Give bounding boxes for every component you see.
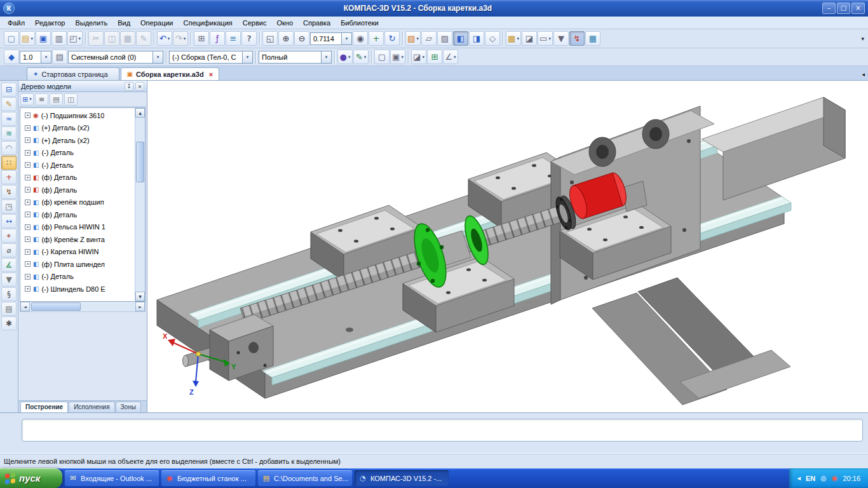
tree-item[interactable]: + ◉ (-) Подшипник 3610 (20, 109, 135, 122)
current-state-icon[interactable]: ◆ ▾ (4, 50, 19, 64)
tree-relations-icon[interactable]: ◫ ▾ (64, 93, 78, 105)
tree-composition-icon[interactable]: ≡ ▾ (35, 93, 48, 105)
scrollbar-thumb[interactable] (31, 302, 81, 311)
close-button[interactable]: × (851, 3, 865, 14)
tree-expander-icon[interactable]: + (25, 175, 31, 180)
menu-item[interactable]: Операции (135, 17, 178, 29)
dropdown-arrow-icon[interactable]: ▾ (29, 97, 32, 102)
dropdown-arrow-icon[interactable]: ▾ (168, 36, 170, 41)
zoom-combo[interactable]: 0.7114 ▾ (310, 32, 352, 45)
menu-item[interactable]: Вид (112, 17, 135, 29)
preview-layout-icon[interactable]: ⊞ ▾ (194, 31, 209, 46)
panel-3d-curves-icon[interactable]: ↯ (1, 185, 17, 199)
section-display-icon[interactable]: ◪ ▾ (522, 31, 537, 46)
rebuild-icon[interactable]: ↯ ▾ (569, 31, 585, 46)
panel-pin-icon[interactable]: ↧ (125, 82, 133, 91)
model-viewport[interactable]: X Y Z (147, 81, 868, 412)
orbit-icon[interactable]: ↻ ▾ (384, 31, 400, 46)
menu-item[interactable]: Редактор (30, 17, 70, 29)
copy-properties-icon[interactable]: ✎ ▾ (136, 31, 151, 46)
panel-geometry-icon[interactable]: ≈ (1, 112, 17, 126)
tree-expander-icon[interactable]: + (25, 249, 31, 255)
menu-item[interactable]: Справка (298, 17, 336, 29)
shading-quality-icon[interactable]: ● ▾ (337, 50, 353, 64)
zoom-window-icon[interactable]: ◱ ▾ (262, 31, 278, 46)
tab-document[interactable]: ▣ Сборка каретки.a3d × (121, 67, 220, 80)
tree-item[interactable]: + ◧ (-) Каретка HIWIN (20, 246, 135, 259)
orientation-icon[interactable]: ▧ ▾ (405, 31, 421, 46)
layers-icon[interactable]: ▤ ▾ (52, 50, 67, 64)
tree-additional-icon[interactable]: ▤ ▾ (50, 93, 63, 105)
relations-icon[interactable]: ≡ ▾ (226, 31, 241, 46)
scroll-right-icon[interactable]: ► (135, 302, 145, 311)
dropdown-arrow-icon[interactable]: ▾ (454, 55, 456, 60)
cut-icon[interactable]: ✂ ▾ (88, 31, 104, 46)
tray-update-icon[interactable]: ◍ (820, 474, 827, 482)
language-indicator[interactable]: EN (806, 475, 815, 482)
menu-item[interactable]: Файл (3, 17, 30, 29)
support-stand[interactable] (592, 278, 790, 405)
scroll-down-icon[interactable]: ▼ (135, 292, 145, 301)
wireframe-icon[interactable]: ▱ ▾ (421, 31, 437, 46)
panel-conditional-icon[interactable]: ⌀ (1, 243, 17, 257)
dropdown-arrow-icon[interactable]: ▾ (548, 36, 551, 41)
selection-filter-icon[interactable]: ▼ ▾ (553, 31, 569, 46)
dropdown-arrow-icon[interactable]: ▾ (184, 36, 186, 41)
menu-item[interactable]: Библиотеки (336, 17, 384, 29)
panel-designations-icon[interactable]: ⌖ (1, 229, 17, 243)
tree-vertical-scrollbar[interactable]: ▲ ▼ (135, 108, 145, 301)
shaded-icon[interactable]: ◧ ▾ (453, 31, 468, 46)
tree-bottom-tab[interactable]: Зоны (116, 402, 141, 412)
taskbar-explorer-button[interactable]: ▤ C:\Documents and Se... (258, 470, 352, 486)
tree-expander-icon[interactable]: + (25, 200, 31, 205)
display-params-alt-icon[interactable]: ▣ ▾ (390, 50, 405, 64)
panel-sheet-metal-icon[interactable]: ◳ (1, 200, 17, 214)
panel-properties-icon[interactable]: ✱ (1, 316, 17, 330)
panel-close-icon[interactable]: × (135, 82, 144, 91)
model-viewport-canvas[interactable]: X Y Z (147, 81, 868, 412)
panel-curves-icon[interactable]: ≋ (1, 126, 17, 140)
display-quality-combo[interactable]: Полный ▾ (259, 51, 332, 64)
dropdown-arrow-icon[interactable]: ▾ (348, 55, 351, 60)
panel-auxiliary-icon[interactable]: + (1, 170, 17, 184)
tree-expander-icon[interactable]: + (25, 261, 31, 267)
minimize-button[interactable]: – (822, 3, 836, 14)
paste-icon[interactable]: ▦ ▾ (120, 31, 135, 46)
layer-combo[interactable]: Системный слой (0) ▾ (68, 51, 163, 64)
panel-arrays-icon[interactable]: ∷ (1, 156, 17, 170)
assembly-target-combo[interactable]: (-) Сборка (Тел-0, С ▾ (169, 51, 253, 64)
scroll-up-icon[interactable]: ▲ (135, 108, 145, 118)
section-icon[interactable]: ◪ ▾ (411, 50, 426, 64)
tree-expander-icon[interactable]: + (25, 187, 31, 193)
tree-item[interactable]: + ◧ (-) Шпиндель D80 Е (20, 283, 135, 295)
tray-opera-icon[interactable]: ◉ (832, 474, 838, 482)
tree-item[interactable]: + ◧ (ф) крепёж подшип (20, 196, 135, 209)
dropdown-arrow-icon[interactable]: ▾ (364, 55, 367, 60)
panel-model-tree-icon[interactable]: ⊟ (1, 83, 17, 97)
print-icon[interactable]: ▥ ▾ (51, 31, 67, 46)
tree-expander-icon[interactable]: + (25, 137, 31, 143)
variables-icon[interactable]: ƒ ▾ (210, 31, 225, 46)
property-message-field[interactable] (22, 419, 863, 442)
assembly-target-dropdown-icon[interactable]: ▾ (242, 51, 252, 63)
tree-expander-icon[interactable]: + (25, 236, 31, 242)
mesh-icon[interactable]: ⊞ ▾ (427, 50, 442, 64)
display-params-icon[interactable]: ▢ ▾ (374, 50, 390, 64)
library-manager-icon[interactable]: ▦ ▾ (585, 31, 600, 46)
copy-icon[interactable]: ◫ ▾ (104, 31, 119, 46)
display-quality-dropdown-icon[interactable]: ▾ (321, 51, 331, 63)
tree-expander-icon[interactable]: + (25, 162, 31, 168)
tree-bottom-tab[interactable]: Исполнения (69, 402, 114, 412)
tree-expander-icon[interactable]: + (25, 150, 31, 156)
tree-item[interactable]: + ◧ (ф) Крепёж Z винта (20, 233, 135, 246)
taskbar-opera-button[interactable]: ◉ Бюджетный станок ... (161, 470, 255, 486)
tree-item[interactable]: + ◧ (ф) Рельса HIWIN 1 (20, 221, 135, 234)
tab-start-page[interactable]: ✦ Стартовая страница (27, 67, 119, 80)
zoom-in-icon[interactable]: ⊕ ▾ (278, 31, 294, 46)
tree-expander-icon[interactable]: + (25, 274, 31, 280)
redo-icon[interactable]: ↷ ▾ (173, 31, 188, 46)
step-combo[interactable]: 1.0 ▾ (20, 51, 51, 64)
zoom-dropdown-icon[interactable]: ▾ (341, 33, 351, 44)
tab-close-icon[interactable]: × (209, 71, 213, 78)
tree-expander-icon[interactable]: + (25, 112, 31, 118)
